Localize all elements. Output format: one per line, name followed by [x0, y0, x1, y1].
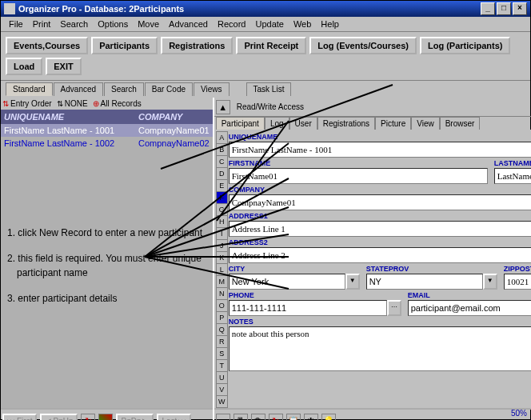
address2-field[interactable]: [229, 247, 531, 263]
menu-help[interactable]: Help: [316, 18, 344, 30]
firstname-field[interactable]: [229, 168, 488, 184]
tab-views[interactable]: Views: [194, 82, 230, 96]
city-combo[interactable]: ▼: [229, 274, 360, 290]
letter-D[interactable]: D: [216, 167, 228, 180]
btn-log-participants[interactable]: Log (Participants): [420, 37, 511, 54]
letter-L[interactable]: L: [216, 263, 228, 276]
btn-print-receipt[interactable]: Print Receipt: [236, 37, 306, 54]
menu-move[interactable]: Move: [133, 18, 164, 30]
tab-search[interactable]: Search: [104, 82, 144, 96]
letter-H[interactable]: H: [216, 215, 228, 228]
hint-3: 3. enter participant details: [7, 291, 213, 306]
list-row[interactable]: FirstName LastName - 1002 CompnayName02: [1, 137, 213, 150]
hint-2: 2. this field is required. You must ente…: [7, 251, 213, 280]
tab-registrations[interactable]: Registrations: [317, 117, 375, 130]
phone-field[interactable]: ⋯: [229, 300, 401, 316]
left-footer: ⏮First ◀PgUp ↻ PgDn▶ Last⏭: [1, 408, 213, 420]
sort-entry[interactable]: ⇅Entry Order: [2, 99, 52, 108]
new-icon[interactable]: ✱: [304, 414, 318, 420]
letter-Q[interactable]: Q: [216, 323, 228, 336]
menu-file[interactable]: File: [4, 18, 28, 30]
body: ⇅Entry Order ⇅NONE ⊕All Records UNIQUENA…: [1, 98, 530, 420]
list-rows: FirstName LastName - 1001 CompnayName01 …: [1, 124, 213, 408]
zip-field[interactable]: [504, 274, 531, 290]
nav-pgup[interactable]: ◀PgUp: [40, 414, 78, 421]
window-title: Organizer Pro - Database: 2Participants: [18, 4, 184, 14]
btn-log-events[interactable]: Log (Events/Courses): [309, 37, 417, 54]
letter-X[interactable]: X: [216, 407, 228, 408]
notes-field[interactable]: [229, 326, 531, 371]
letter-P[interactable]: P: [216, 311, 228, 324]
letter-W[interactable]: W: [216, 395, 228, 408]
letter-K[interactable]: K: [216, 251, 228, 264]
print-icon[interactable]: 🖶: [234, 414, 248, 420]
nav-pgdn[interactable]: PgDn▶: [116, 414, 154, 421]
letter-S[interactable]: S: [216, 347, 228, 360]
letter-U[interactable]: U: [216, 371, 228, 384]
lastname-field[interactable]: [494, 168, 531, 184]
menu-search[interactable]: Search: [55, 18, 93, 30]
tab-standard[interactable]: Standard: [6, 82, 53, 96]
address1-field[interactable]: [229, 221, 531, 237]
menu-advanced[interactable]: Advanced: [164, 18, 213, 30]
tab-participant[interactable]: Participant: [216, 117, 265, 130]
trash-icon[interactable]: 🗑: [251, 414, 266, 420]
copy-icon[interactable]: 📋: [286, 414, 301, 420]
tab-advanced[interactable]: Advanced: [54, 82, 103, 96]
letter-J[interactable]: J: [216, 239, 228, 252]
bulb-icon[interactable]: 💡: [321, 414, 336, 420]
menu-web[interactable]: Web: [289, 18, 316, 30]
close-button[interactable]: ×: [513, 2, 527, 15]
minimize-button[interactable]: _: [481, 2, 495, 15]
grid-icon[interactable]: [98, 414, 113, 420]
letter-F[interactable]: F: [216, 191, 228, 204]
nav-last[interactable]: Last⏭: [157, 414, 191, 421]
email-field[interactable]: ⋯: [408, 300, 531, 316]
list-row[interactable]: FirstName LastName - 1001 CompnayName01: [1, 124, 213, 137]
btn-registrations[interactable]: Registrations: [161, 37, 233, 54]
back-icon[interactable]: ←: [216, 414, 230, 420]
letter-C[interactable]: C: [216, 155, 228, 168]
letter-A[interactable]: A: [216, 131, 228, 144]
letter-T[interactable]: T: [216, 359, 228, 372]
letter-I[interactable]: I: [216, 227, 228, 240]
letter-O[interactable]: O: [216, 299, 228, 312]
col-company[interactable]: COMPANY: [135, 110, 213, 124]
letter-M[interactable]: M: [216, 275, 228, 288]
letter-N[interactable]: N: [216, 287, 228, 300]
sort-none[interactable]: ⇅NONE: [57, 99, 88, 108]
letter-E[interactable]: E: [216, 179, 228, 192]
chevron-down-icon: ▼: [483, 274, 497, 290]
maximize-button[interactable]: □: [497, 2, 511, 15]
btn-exit[interactable]: EXIT: [46, 58, 81, 75]
menu-options[interactable]: Options: [93, 18, 133, 30]
tab-user[interactable]: User: [289, 117, 317, 130]
tab-view[interactable]: View: [411, 117, 440, 130]
list-header: UNIQUENAME COMPANY: [1, 110, 213, 124]
btn-load[interactable]: Load: [6, 58, 42, 75]
refresh-icon[interactable]: ↻: [81, 414, 95, 420]
menu-record[interactable]: Record: [213, 18, 250, 30]
uniquename-field[interactable]: [229, 142, 531, 158]
company-field[interactable]: [229, 194, 531, 210]
nav-first[interactable]: ⏮First: [2, 414, 37, 421]
tab-log[interactable]: Log: [265, 117, 289, 130]
tab-tasklist[interactable]: Task List: [246, 82, 292, 96]
menu-print[interactable]: Print: [28, 18, 56, 30]
filter-all[interactable]: ⊕All Records: [93, 99, 142, 108]
zoom-label: 50%: [511, 409, 527, 418]
state-combo[interactable]: ▼: [366, 274, 497, 290]
btn-events[interactable]: Events,Courses: [6, 37, 88, 54]
letter-G[interactable]: G: [216, 203, 228, 216]
letter-R[interactable]: R: [216, 335, 228, 348]
tab-barcode[interactable]: Bar Code: [145, 82, 193, 96]
tab-picture[interactable]: Picture: [375, 117, 411, 130]
col-uniquename[interactable]: UNIQUENAME: [1, 110, 135, 124]
letter-V[interactable]: V: [216, 383, 228, 396]
refresh-icon[interactable]: ↻: [269, 414, 283, 420]
btn-participants[interactable]: Participants: [91, 37, 158, 54]
letter-B[interactable]: B: [216, 143, 228, 156]
menu-update[interactable]: Update: [250, 18, 288, 30]
expand-icon[interactable]: ▲: [216, 100, 230, 114]
tab-browser[interactable]: Browser: [440, 117, 481, 130]
